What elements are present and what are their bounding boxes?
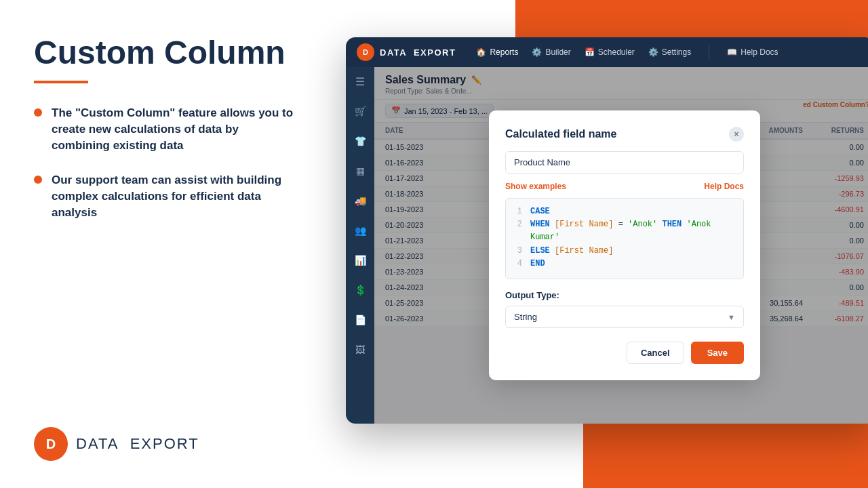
settings-icon: ⚙️ — [648, 47, 658, 57]
code-editor[interactable]: 1 CASE 2 WHEN [First Name] = 'Anok' THEN… — [505, 198, 744, 279]
output-type-value: String — [514, 312, 537, 322]
settings-label: Settings — [662, 47, 691, 57]
modal-title: Calculated field name — [505, 128, 617, 140]
modal-header: Calculated field name × — [505, 127, 744, 142]
nav-logo-circle: D — [357, 43, 374, 61]
bullet-text-2: Our support team can assist with buildin… — [52, 172, 298, 220]
title-underline — [34, 81, 88, 83]
sidebar-icon-file[interactable]: 📄 — [351, 310, 370, 329]
nav-item-settings[interactable]: ⚙️ Settings — [648, 47, 691, 57]
help-docs-label: Help Docs — [741, 47, 778, 57]
modal-dialog: Calculated field name × Show examples He… — [489, 110, 760, 380]
app-main: Sales Summary ✏️ Report Type: Sales & Or… — [374, 67, 868, 424]
brand-name-part2: EXPORT — [130, 435, 199, 452]
nav-logo: D DATA EXPORT — [357, 43, 456, 61]
line-num-3: 3 — [513, 245, 522, 258]
chevron-down-icon: ▼ — [728, 313, 735, 321]
help-icon: 📖 — [727, 47, 737, 57]
nav-item-scheduler[interactable]: 📅 Scheduler — [585, 47, 635, 57]
modal-links-row: Show examples Help Docs — [505, 182, 744, 191]
code-line3-content: ELSE [First Name] — [530, 245, 613, 258]
line-num-2: 2 — [513, 218, 522, 244]
code-line-4: 4 END — [513, 258, 736, 270]
app-sidebar: ☰ 🛒 👕 ▦ 🚚 👥 📊 💲 📄 🖼 — [346, 67, 374, 424]
modal-overlay: Calculated field name × Show examples He… — [374, 67, 868, 424]
bullet-item-1: The "Custom Column" feature allows you t… — [34, 105, 298, 153]
code-line-3: 3 ELSE [First Name] — [513, 245, 736, 258]
modal-close-button[interactable]: × — [729, 127, 744, 142]
sidebar-menu-icon[interactable]: ☰ — [355, 75, 365, 88]
code-keyword-end: END — [530, 258, 545, 270]
reports-icon: 🏠 — [476, 47, 486, 57]
sidebar-icon-truck[interactable]: 🚚 — [351, 191, 370, 210]
sidebar-icon-users[interactable]: 👥 — [351, 221, 370, 240]
code-line-1: 1 CASE — [513, 205, 736, 218]
sidebar-icon-grid[interactable]: ▦ — [351, 161, 370, 180]
sidebar-icon-dollar[interactable]: 💲 — [351, 281, 370, 300]
output-type-select[interactable]: String ▼ — [505, 306, 744, 328]
scheduler-icon: 📅 — [585, 47, 595, 57]
reports-label: Reports — [490, 47, 518, 57]
field-name-input[interactable] — [505, 151, 744, 174]
app-window: D DATA EXPORT 🏠 Reports ⚙️ Builder 📅 Sch… — [346, 37, 868, 424]
builder-icon: ⚙️ — [532, 47, 542, 57]
nav-divider — [709, 45, 709, 59]
nav-logo-initial: D — [363, 48, 368, 56]
nav-item-help-docs[interactable]: 📖 Help Docs — [727, 47, 778, 57]
help-docs-link[interactable]: Help Docs — [704, 182, 744, 191]
code-line-2: 2 WHEN [First Name] = 'Anok' THEN 'Anok … — [513, 218, 736, 244]
brand-footer: D DATA EXPORT — [34, 427, 298, 461]
bullet-list: The "Custom Column" feature allows you t… — [34, 105, 298, 221]
nav-logo-text: DATA EXPORT — [380, 47, 456, 58]
output-type-label: Output Type: — [505, 290, 744, 300]
scheduler-label: Scheduler — [598, 47, 635, 57]
app-nav: D DATA EXPORT 🏠 Reports ⚙️ Builder 📅 Sch… — [346, 37, 868, 67]
cancel-button[interactable]: Cancel — [627, 342, 684, 364]
nav-logo-text-part1: DATA — [380, 47, 407, 58]
builder-label: Builder — [545, 47, 570, 57]
bullet-item-2: Our support team can assist with buildin… — [34, 172, 298, 220]
bullet-dot-1 — [34, 108, 42, 117]
sidebar-icon-chart[interactable]: 📊 — [351, 251, 370, 270]
save-button[interactable]: Save — [691, 342, 744, 364]
app-body: ☰ 🛒 👕 ▦ 🚚 👥 📊 💲 📄 🖼 Sales Summary ✏️ Rep… — [346, 67, 868, 424]
nav-logo-text-part2: EXPORT — [414, 47, 456, 58]
code-keyword-case: CASE — [530, 205, 550, 218]
line-num-4: 4 — [513, 258, 522, 270]
nav-item-builder[interactable]: ⚙️ Builder — [532, 47, 570, 57]
brand-logo-initial: D — [46, 436, 56, 452]
brand-name-part1: DATA — [76, 435, 119, 452]
sidebar-icon-cart[interactable]: 🛒 — [351, 102, 370, 121]
brand-logo: D — [34, 427, 68, 461]
left-panel: Custom Column The "Custom Column" featur… — [0, 0, 332, 488]
main-title: Custom Column — [34, 34, 298, 71]
sidebar-icon-shirt[interactable]: 👕 — [351, 131, 370, 150]
bullet-text-1: The "Custom Column" feature allows you t… — [52, 105, 298, 153]
code-line2-content: WHEN [First Name] = 'Anok' THEN 'Anok Ku… — [530, 218, 736, 244]
close-icon: × — [734, 129, 738, 139]
brand-name: DATA EXPORT — [76, 435, 199, 453]
line-num-1: 1 — [513, 205, 522, 218]
left-content: Custom Column The "Custom Column" featur… — [34, 34, 298, 240]
nav-item-reports[interactable]: 🏠 Reports — [476, 47, 518, 57]
sidebar-icon-image[interactable]: 🖼 — [351, 340, 370, 359]
show-examples-link[interactable]: Show examples — [505, 182, 566, 191]
modal-buttons: Cancel Save — [505, 342, 744, 364]
bullet-dot-2 — [34, 176, 42, 184]
